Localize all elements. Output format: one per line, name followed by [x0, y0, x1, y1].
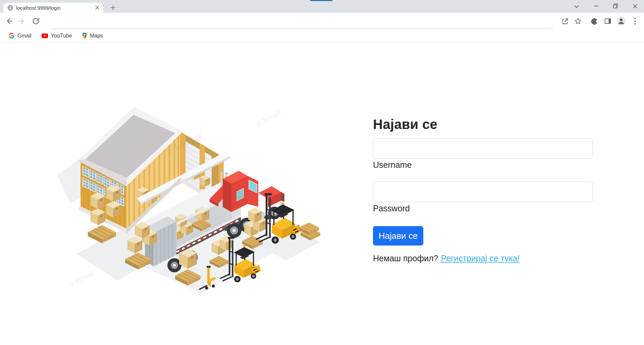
- share-icon[interactable]: [559, 15, 571, 27]
- username-input[interactable]: [373, 138, 593, 159]
- bookmark-label: Maps: [90, 33, 103, 39]
- svg-text:© freepik: © freepik: [256, 108, 283, 127]
- top-blue-strip: [310, 0, 332, 1]
- tab-search-chevron-icon[interactable]: [571, 1, 582, 11]
- window-restore-button[interactable]: [608, 0, 623, 12]
- youtube-icon: [42, 33, 48, 38]
- back-button[interactable]: [3, 15, 15, 27]
- globe-favicon-icon: [7, 5, 13, 11]
- username-label: Username: [373, 160, 412, 170]
- login-submit-button[interactable]: Најави се: [373, 226, 423, 246]
- password-input[interactable]: [373, 182, 593, 202]
- browser-menu-kebab-icon[interactable]: [629, 15, 641, 27]
- google-maps-pin-icon: [82, 32, 87, 39]
- bookmark-youtube[interactable]: YouTube: [38, 31, 76, 40]
- browser-tab[interactable]: localhost:9999/login: [3, 3, 103, 13]
- extensions-puzzle-icon[interactable]: [588, 15, 600, 27]
- bookmarks-bar: Gmail YouTube Maps: [0, 29, 644, 42]
- bookmark-gmail[interactable]: Gmail: [5, 31, 36, 40]
- forward-button[interactable]: [16, 15, 28, 27]
- google-g-icon: [9, 33, 14, 39]
- bookmark-label: Gmail: [17, 33, 32, 39]
- bookmark-label: YouTube: [51, 33, 72, 39]
- profile-avatar[interactable]: [615, 15, 627, 27]
- register-prompt: Немаш профил?: [373, 254, 438, 263]
- warehouse-illustration-svg: © freepik © freepik © freepik © freepik …: [57, 92, 322, 297]
- svg-text:© freepik: © freepik: [68, 269, 95, 288]
- side-panel-icon[interactable]: [602, 15, 614, 27]
- window-close-button[interactable]: [627, 0, 643, 12]
- new-tab-button[interactable]: [108, 3, 118, 13]
- password-label: Password: [373, 204, 410, 213]
- bookmark-maps[interactable]: Maps: [78, 31, 107, 40]
- tab-title: localhost:9999/login: [16, 5, 91, 11]
- register-link[interactable]: Регистрирај се тука!: [441, 254, 520, 263]
- page-content: © freepik © freepik © freepik © freepik …: [0, 43, 644, 345]
- window-minimize-button[interactable]: [588, 0, 604, 12]
- tab-close-icon[interactable]: [94, 4, 101, 11]
- bookmark-star-icon[interactable]: [572, 15, 584, 27]
- browser-toolbar: localhost:9999/login: [0, 13, 644, 29]
- login-heading: Најави се: [373, 117, 437, 132]
- browser-titlebar: localhost:9999/login: [0, 0, 644, 13]
- reload-button[interactable]: [30, 15, 42, 27]
- warehouse-illustration: © freepik © freepik © freepik © freepik …: [57, 92, 322, 297]
- register-line: Немаш профил? Регистрирај се тука!: [373, 254, 520, 263]
